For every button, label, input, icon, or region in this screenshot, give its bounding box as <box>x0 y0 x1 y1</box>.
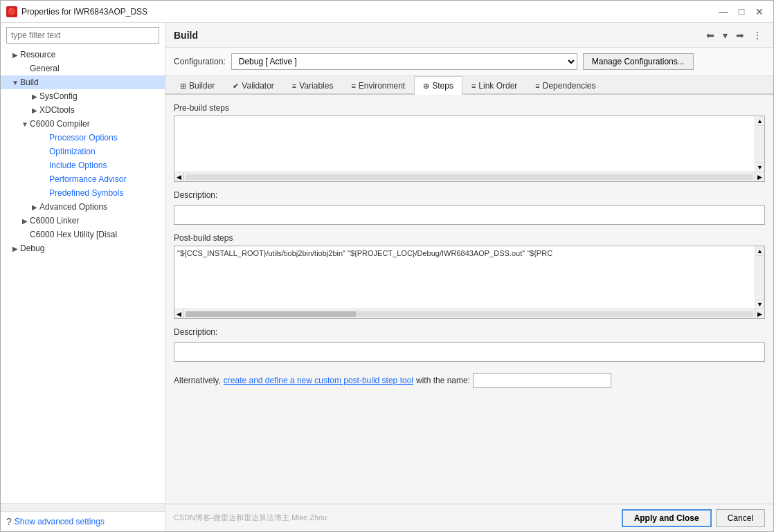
maximize-button[interactable]: □ <box>733 3 750 20</box>
arrow-c6000compiler: ▼ <box>20 120 30 128</box>
tab-validator[interactable]: ✔ Validator <box>224 76 282 95</box>
tool-name-input[interactable] <box>473 373 611 388</box>
pre-build-scroll-down[interactable]: ▼ <box>755 162 764 172</box>
bottom-buttons: Apply and Close Cancel <box>622 509 765 527</box>
validator-icon: ✔ <box>233 82 239 91</box>
pre-build-scroll-up[interactable]: ▲ <box>755 116 764 126</box>
sidebar-label-general: General <box>30 64 60 73</box>
sidebar-label-include-options: Include Options <box>49 160 107 170</box>
config-label: Configuration: <box>174 57 226 66</box>
bottom-bar: CSDN博客-微雷达和雷达算法博主 Mike Zhou Apply and Cl… <box>165 504 773 531</box>
menu-button[interactable]: ⋮ <box>750 28 765 42</box>
post-build-scroll-up[interactable]: ▲ <box>755 246 764 256</box>
post-build-label: Post-build steps <box>174 233 765 243</box>
pre-build-textarea[interactable] <box>174 116 755 172</box>
post-build-hscroll[interactable]: ◀ ▶ <box>174 309 764 318</box>
close-button[interactable]: ✕ <box>751 3 768 20</box>
pre-description-section: Description: <box>174 190 765 225</box>
sidebar-item-general[interactable]: General <box>1 62 165 75</box>
sidebar-item-performance-advisor[interactable]: Performance Advisor <box>1 172 165 186</box>
help-icon: ? <box>6 516 12 527</box>
minimize-button[interactable]: — <box>715 3 732 20</box>
pre-build-hscroll-left[interactable]: ◀ <box>174 172 184 182</box>
sidebar-label-resource: Resource <box>20 50 55 59</box>
panel-title: Build <box>174 30 198 41</box>
post-description-label: Description: <box>174 327 765 337</box>
pre-description-input[interactable] <box>174 205 765 225</box>
title-bar-controls: — □ ✕ <box>715 3 768 20</box>
main-window: 🔴 Properties for IWR6843AOP_DSS — □ ✕ ▶ … <box>0 0 774 532</box>
sidebar-label-xdctools: XDCtools <box>39 105 75 115</box>
pre-build-label: Pre-build steps <box>174 103 765 113</box>
tab-validator-label: Validator <box>242 81 273 91</box>
sidebar-item-include-options[interactable]: Include Options <box>1 158 165 172</box>
tab-environment[interactable]: ≡ Environment <box>342 76 414 95</box>
link-order-icon: ≡ <box>471 82 476 90</box>
sidebar-item-optimization[interactable]: Optimization <box>1 145 165 158</box>
tab-steps[interactable]: ⊕ Steps <box>414 76 462 95</box>
sidebar-label-predefined-symbols: Predefined Symbols <box>49 188 123 198</box>
post-build-scroll-track <box>755 256 764 299</box>
create-custom-tool-link[interactable]: create and define a new custom post-buil… <box>224 376 413 385</box>
alternatively-row: Alternatively, create and define a new c… <box>174 373 765 388</box>
post-build-hscroll-left[interactable]: ◀ <box>174 309 184 319</box>
pre-build-inner: ▲ ▼ <box>174 116 764 172</box>
title-bar-left: 🔴 Properties for IWR6843AOP_DSS <box>6 6 147 17</box>
post-description-input[interactable] <box>174 342 765 362</box>
sidebar-item-processor-options[interactable]: Processor Options <box>1 131 165 145</box>
cancel-button[interactable]: Cancel <box>716 509 765 527</box>
apply-close-button[interactable]: Apply and Close <box>622 509 712 527</box>
sidebar: ▶ Resource General ▼ Build ▶ SysConfig ▶ <box>1 23 165 531</box>
back-dropdown-button[interactable]: ▾ <box>720 28 730 42</box>
pre-build-hscroll-right[interactable]: ▶ <box>755 172 764 182</box>
title-bar: 🔴 Properties for IWR6843AOP_DSS — □ ✕ <box>1 1 773 23</box>
tab-variables[interactable]: ≡ Variables <box>283 76 343 95</box>
show-advanced-link[interactable]: Show advanced settings <box>15 517 105 526</box>
steps-icon: ⊕ <box>423 82 429 91</box>
forward-button[interactable]: ➡ <box>733 28 747 42</box>
pre-build-section: Pre-build steps ▲ ▼ ◀ <box>174 103 765 182</box>
config-row: Configuration: Debug [ Active ] Manage C… <box>165 48 773 76</box>
post-build-scroll-down[interactable]: ▼ <box>755 299 764 309</box>
tab-variables-label: Variables <box>299 81 333 91</box>
sidebar-item-advanced-options[interactable]: ▶ Advanced Options <box>1 200 165 214</box>
panel-header: Build ⬅ ▾ ➡ ⋮ <box>165 23 773 48</box>
builder-icon: ⊞ <box>180 82 186 91</box>
panel-body: Pre-build steps ▲ ▼ ◀ <box>165 95 773 504</box>
environment-icon: ≡ <box>351 82 355 90</box>
sidebar-hscroll[interactable] <box>1 503 165 511</box>
arrow-xdctools: ▶ <box>30 107 39 114</box>
manage-configurations-button[interactable]: Manage Configurations... <box>583 53 694 70</box>
tab-environment-label: Environment <box>359 81 405 91</box>
sidebar-item-xdctools[interactable]: ▶ XDCtools <box>1 103 165 117</box>
pre-description-label: Description: <box>174 190 765 200</box>
tab-dependencies[interactable]: ≡ Dependencies <box>526 76 604 95</box>
sidebar-label-advanced-options: Advanced Options <box>39 202 107 212</box>
pre-build-hscroll[interactable]: ◀ ▶ <box>174 172 764 181</box>
config-select[interactable]: Debug [ Active ] <box>231 53 577 70</box>
tab-builder[interactable]: ⊞ Builder <box>171 76 224 95</box>
dependencies-icon: ≡ <box>535 82 539 90</box>
sidebar-item-predefined-symbols[interactable]: Predefined Symbols <box>1 186 165 200</box>
sidebar-item-resource[interactable]: ▶ Resource <box>1 48 165 62</box>
variables-icon: ≡ <box>292 82 296 90</box>
sidebar-filter-wrapper <box>6 27 159 44</box>
filter-input[interactable] <box>6 27 159 44</box>
sidebar-item-c6000linker[interactable]: ▶ C6000 Linker <box>1 214 165 228</box>
post-build-hscroll-right[interactable]: ▶ <box>755 309 764 319</box>
tab-builder-label: Builder <box>189 81 215 91</box>
post-build-content[interactable]: "${CCS_INSTALL_ROOT}/utils/tiobj2bin/tio… <box>174 246 755 309</box>
sidebar-item-sysconfig[interactable]: ▶ SysConfig <box>1 89 165 103</box>
sidebar-item-c6000compiler[interactable]: ▼ C6000 Compiler <box>1 117 165 131</box>
post-build-vscroll: ▲ ▼ <box>755 246 764 309</box>
arrow-build: ▼ <box>10 79 20 86</box>
sidebar-item-c6000hex[interactable]: C6000 Hex Utility [Disal <box>1 228 165 241</box>
tab-link-order[interactable]: ≡ Link Order <box>462 76 526 95</box>
arrow-advanced-options: ▶ <box>30 203 39 211</box>
sidebar-item-build[interactable]: ▼ Build <box>1 75 165 89</box>
sidebar-label-processor-options: Processor Options <box>49 133 118 143</box>
sidebar-label-c6000hex: C6000 Hex Utility [Disal <box>30 230 117 239</box>
back-button[interactable]: ⬅ <box>703 28 717 42</box>
sidebar-item-debug[interactable]: ▶ Debug <box>1 241 165 255</box>
tab-steps-label: Steps <box>432 81 453 91</box>
